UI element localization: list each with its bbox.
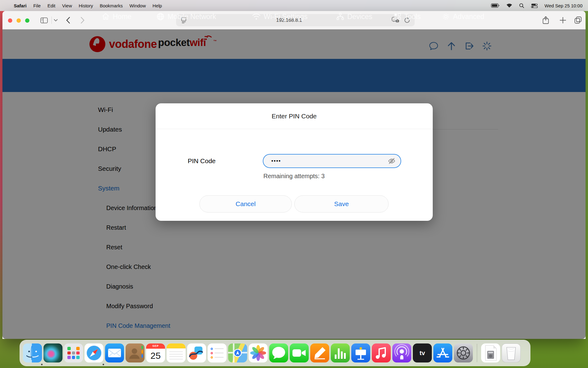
dock-reminders-icon[interactable]	[208, 343, 227, 362]
dock-siri-icon[interactable]	[43, 343, 62, 362]
masked-pin-value: ••••	[271, 158, 281, 164]
menu-edit[interactable]: Edit	[44, 3, 59, 8]
minimize-window-button[interactable]	[17, 18, 21, 23]
dock-podcasts-icon[interactable]	[392, 343, 411, 362]
dialog-divider	[156, 129, 433, 129]
dock-trash-icon[interactable]	[502, 343, 521, 362]
pin-code-label: PIN Code	[188, 154, 216, 168]
tools-icon	[394, 13, 401, 20]
new-tab-icon[interactable]	[559, 17, 567, 24]
dock-music-icon[interactable]	[372, 343, 391, 362]
nav-tools[interactable]: Tools	[394, 0, 421, 33]
search-icon[interactable]	[519, 3, 524, 8]
home-icon	[102, 13, 110, 21]
back-button[interactable]	[66, 17, 70, 24]
devices-icon	[336, 13, 344, 21]
dock-launchpad-icon[interactable]	[64, 343, 83, 362]
dock-settings-icon[interactable]	[454, 343, 473, 362]
menu-clock[interactable]: Wed Sep 25 10:00	[545, 3, 582, 8]
forward-button[interactable]	[81, 17, 85, 24]
dock-safari-icon[interactable]	[85, 343, 104, 362]
dock-notes-icon[interactable]	[167, 343, 186, 362]
calendar-month-label: SEP	[146, 343, 165, 349]
cancel-button[interactable]: Cancel	[199, 195, 292, 213]
menu-app-name[interactable]: Safari	[10, 3, 30, 8]
share-icon[interactable]	[542, 16, 549, 25]
pin-code-dialog: Enter PIN Code PIN Code •••• Remaining a…	[156, 103, 433, 221]
dock-maps-icon[interactable]	[228, 343, 247, 362]
menu-history[interactable]: History	[75, 3, 96, 8]
gear-icon	[442, 13, 450, 21]
dock-messages-icon[interactable]	[269, 343, 288, 362]
dock-keynote-icon[interactable]	[351, 343, 370, 362]
sidebar-toggle-icon[interactable]	[40, 17, 48, 23]
globe-icon	[156, 13, 164, 21]
nav-mobile-network[interactable]: Mobile Network	[156, 0, 216, 33]
finder-running-indicator	[41, 364, 43, 365]
dock-divider	[477, 344, 477, 362]
dock-pages-icon[interactable]	[310, 343, 329, 362]
close-window-button[interactable]	[8, 18, 12, 23]
nav-devices[interactable]: Devices	[336, 0, 372, 33]
menu-file[interactable]: File	[30, 3, 44, 8]
save-button[interactable]: Save	[294, 195, 389, 213]
calendar-day-label: 25	[146, 349, 165, 362]
toolbar-divider	[51, 17, 52, 24]
dock: SEP 25 tv	[20, 340, 530, 366]
dock-tv-icon[interactable]: tv	[413, 343, 432, 362]
tv-logo-text: tv	[413, 343, 432, 362]
chevron-down-icon[interactable]	[54, 19, 58, 21]
dock-facetime-icon[interactable]	[290, 343, 309, 362]
dock-calendar-icon[interactable]: SEP 25	[146, 343, 165, 362]
dock-mail-icon[interactable]	[105, 343, 124, 362]
dock-appstore-icon[interactable]	[433, 343, 452, 362]
dock-contacts-icon[interactable]	[126, 343, 145, 362]
dock-freeform-icon[interactable]	[187, 343, 206, 362]
safari-running-indicator	[103, 364, 104, 365]
pin-code-input[interactable]: ••••	[263, 154, 401, 168]
wifi-icon	[252, 13, 261, 20]
remaining-attempts-text: Remaining attempts: 3	[263, 173, 325, 180]
menu-view[interactable]: View	[59, 3, 75, 8]
dock-documents-icon[interactable]	[481, 343, 500, 362]
dock-numbers-icon[interactable]	[331, 343, 350, 362]
dock-photos-icon[interactable]	[249, 343, 268, 362]
eye-off-icon[interactable]	[388, 157, 396, 165]
control-center-icon[interactable]	[531, 3, 538, 8]
battery-icon[interactable]	[491, 3, 499, 8]
tab-overview-icon[interactable]	[574, 16, 582, 24]
zoom-window-button[interactable]	[25, 18, 29, 23]
dock-finder-icon[interactable]	[23, 343, 42, 362]
nav-wifi-settings[interactable]: Wi-Fi Settings	[252, 0, 307, 33]
dialog-title: Enter PIN Code	[156, 103, 433, 129]
nav-advanced[interactable]: Advanced	[442, 0, 484, 33]
nav-home[interactable]: Home	[102, 0, 131, 33]
wifi-icon[interactable]	[506, 3, 512, 8]
